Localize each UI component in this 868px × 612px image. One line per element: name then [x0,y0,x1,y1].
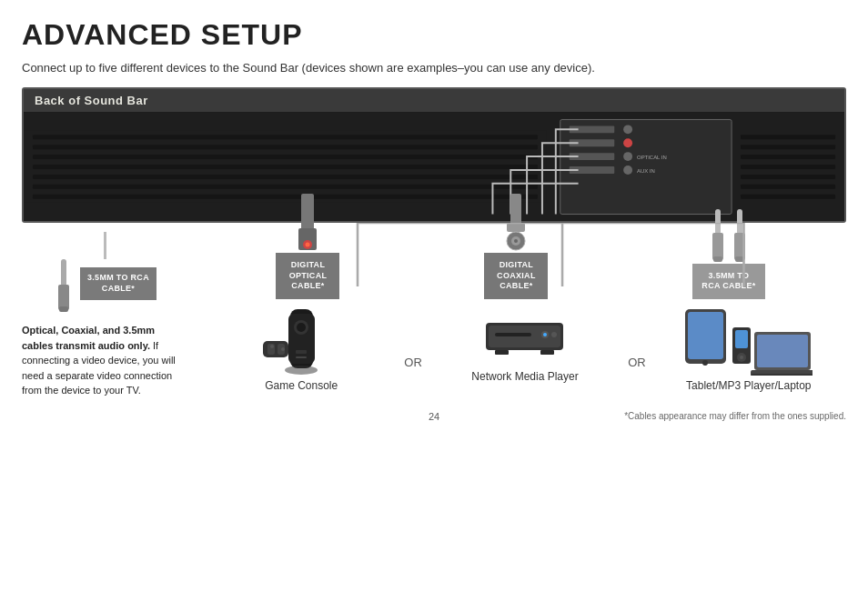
svg-rect-28 [61,259,66,286]
page-subtitle: Connect up to five different devices to … [22,61,846,75]
or-label-1: OR [399,356,428,369]
cable-label-3mm-left: 3.5MM TO RCACABLE* [80,267,156,299]
left-description: 3.5MM TO RCACABLE* Optical, Coaxial, and… [22,223,195,398]
svg-rect-80 [751,374,812,376]
svg-point-61 [281,347,285,351]
svg-rect-74 [735,330,748,348]
svg-rect-44 [715,209,721,235]
svg-point-66 [551,332,557,337]
svg-point-22 [623,152,632,161]
svg-rect-2 [33,135,538,139]
svg-rect-15 [741,195,835,199]
svg-rect-14 [741,185,835,189]
svg-rect-68 [495,350,509,355]
description-text: Optical, Coaxial, and 3.5mm cables trans… [22,323,187,398]
svg-rect-6 [33,175,538,179]
svg-point-72 [702,360,708,366]
game-console-col: Game Console [204,305,399,392]
svg-rect-29 [58,285,69,310]
svg-rect-9 [741,135,835,139]
svg-rect-3 [33,145,538,149]
svg-rect-39 [510,194,521,226]
tablet-laptop-label: Tablet/MP3 Player/Laptop [686,379,811,392]
description-bold: Optical, Coaxial, and 3.5mm cables trans… [22,325,155,351]
soundbar-section: Back of Sound Bar [22,87,846,223]
svg-point-60 [270,345,274,348]
svg-point-67 [543,333,547,336]
svg-point-18 [623,125,632,134]
media-player-label: Network Media Player [471,370,578,383]
svg-point-56 [285,366,318,375]
page-number: 24 [297,411,571,422]
media-player-image [481,305,568,368]
svg-point-76 [740,356,743,359]
cable-label-coaxial: DIGITALCOAXIALCABLE* [484,253,548,299]
game-console-label: Game Console [265,379,338,392]
svg-rect-4 [33,155,538,159]
svg-point-20 [623,138,632,147]
footnote: *Cables appearance may differ from the o… [571,411,846,421]
svg-rect-49 [735,256,744,262]
tablet-laptop-image [685,305,812,377]
svg-text:OPTICAL IN: OPTICAL IN [637,155,667,160]
devices-row: Game Console OR [195,305,846,392]
svg-rect-69 [540,350,554,355]
soundbar-label: Back of Sound Bar [24,89,844,112]
or-label-2: OR [622,356,651,369]
svg-point-43 [514,239,518,243]
svg-rect-7 [33,185,538,189]
cable-label-optical: DIGITALOPTICALCABLE* [276,253,339,299]
svg-point-53 [297,323,306,332]
svg-point-38 [306,242,310,246]
svg-rect-47 [737,209,742,235]
svg-rect-48 [734,233,745,260]
svg-rect-30 [59,306,68,312]
svg-text:AUX IN: AUX IN [637,168,655,174]
connector-3mm-right-b [731,209,749,264]
svg-rect-45 [712,233,723,260]
svg-rect-78 [757,335,808,367]
svg-rect-13 [741,175,835,179]
game-console-image [263,305,340,377]
svg-rect-5 [33,165,538,169]
svg-rect-35 [301,194,314,230]
svg-rect-55 [296,356,307,358]
device-columns: DIGITALOPTICALCABLE* DIGITALCOAXIALCABLE… [195,223,846,398]
svg-rect-11 [741,155,835,159]
cable-label-3mm-right: 3.5MM TORCA CABLE* [692,264,764,299]
soundbar-body: OPTICAL IN AUX IN [24,112,844,221]
connector-3mm-left [53,259,75,314]
svg-rect-10 [741,145,835,149]
connector-3mm-right-a [709,209,727,264]
svg-rect-64 [495,333,531,336]
connector-coaxial [500,194,532,253]
svg-point-25 [623,166,632,175]
svg-rect-12 [741,165,835,169]
coaxial-cable-col: DIGITALCOAXIALCABLE* [484,194,548,305]
media-player-col: Network Media Player [428,305,622,383]
svg-rect-71 [688,312,723,359]
devices-section: 3.5MM TO RCACABLE* Optical, Coaxial, and… [22,223,846,398]
svg-rect-54 [296,350,307,354]
optical-cable-col: DIGITALOPTICALCABLE* [276,194,339,305]
cable-3mm-right-col: 3.5MM TORCA CABLE* [692,209,764,305]
cables-row: DIGITALOPTICALCABLE* DIGITALCOAXIALCABLE… [195,223,846,305]
page-title: ADVANCED SETUP [22,18,846,52]
page-footer: 24 *Cables appearance may differ from th… [22,407,846,422]
svg-rect-46 [713,256,722,262]
tablet-laptop-col: Tablet/MP3 Player/Laptop [651,305,846,392]
soundbar-image: OPTICAL IN AUX IN [24,112,844,221]
connector-optical [294,194,321,253]
svg-rect-40 [507,223,525,232]
